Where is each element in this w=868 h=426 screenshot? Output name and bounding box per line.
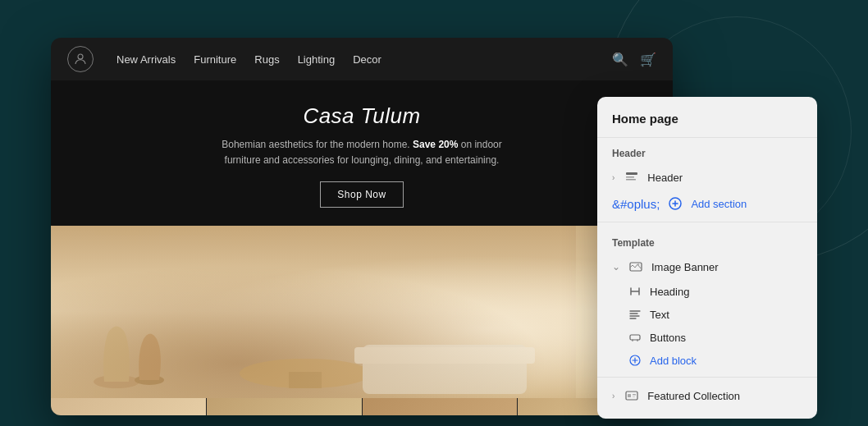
panel-divider-2 [597, 377, 817, 378]
hero-subtitle-plain: Bohemian aesthetics for the modern home. [222, 139, 413, 150]
panel-add-section-item[interactable]: &#oplus; Add section [597, 190, 817, 217]
hero-section: Casa Tulum Bohemian aesthetics for the m… [51, 80, 673, 226]
panel-heading-label: Heading [650, 286, 689, 298]
nav-decor[interactable]: Decor [353, 53, 381, 66]
svg-rect-8 [626, 172, 637, 175]
svg-rect-19 [633, 396, 635, 397]
thumbnail-1[interactable] [51, 398, 207, 415]
hero-title: Casa Tulum [67, 103, 656, 129]
svg-rect-6 [354, 347, 535, 364]
browser-window: New Arrivals Furniture Rugs Lighting Dec… [51, 38, 673, 415]
nav-rugs[interactable]: Rugs [254, 53, 279, 66]
thumbnail-3[interactable] [363, 398, 519, 415]
shop-now-button[interactable]: Shop Now [320, 181, 403, 208]
nav-links: New Arrivals Furniture Rugs Lighting Dec… [116, 53, 596, 66]
hero-subtitle: Bohemian aesthetics for the modern home.… [206, 137, 518, 168]
image-banner-icon [628, 259, 643, 274]
panel-image-banner-label: Image Banner [651, 261, 719, 273]
svg-rect-4 [289, 372, 322, 388]
heading-icon [628, 285, 642, 298]
svg-point-13 [637, 263, 639, 265]
header-item-icon [624, 170, 639, 185]
svg-point-0 [78, 54, 83, 59]
hero-image [51, 226, 673, 398]
panel-text-label: Text [650, 309, 669, 321]
panel-image-banner-item[interactable]: ⌄ Image Banner [597, 254, 817, 280]
panel-add-block-item[interactable]: Add block [597, 349, 817, 372]
panel-heading-item[interactable]: Heading [597, 280, 817, 303]
add-block-icon [628, 354, 642, 367]
panel-buttons-label: Buttons [650, 332, 686, 344]
nav-new-arrivals[interactable]: New Arrivals [116, 53, 176, 66]
svg-rect-9 [626, 176, 634, 178]
chevron-down-icon: ⌄ [612, 261, 620, 273]
add-section-icon: &#oplus; [612, 197, 660, 211]
panel-title: Home page [597, 112, 817, 138]
panel-featured-collection-label: Featured Collection [647, 390, 740, 402]
panel-buttons-item[interactable]: Buttons [597, 326, 817, 349]
cart-icon[interactable]: 🛒 [640, 52, 656, 67]
text-icon [628, 308, 642, 321]
hero-subtitle-bold: Save 20% [413, 139, 458, 150]
panel-template-section-label: Template [597, 227, 817, 254]
nav-furniture[interactable]: Furniture [194, 53, 236, 66]
thumbnail-2[interactable] [207, 398, 363, 415]
nav-icon-group: 🔍 🛒 [612, 52, 656, 67]
panel-text-item[interactable]: Text [597, 303, 817, 326]
panel-featured-collection-item[interactable]: › Featured Collection [597, 382, 817, 409]
chevron-right-icon-2: › [612, 392, 614, 401]
panel-add-block-label: Add block [650, 355, 697, 367]
brand-logo[interactable] [67, 46, 94, 72]
chevron-right-icon: › [612, 173, 614, 182]
thumbnail-strip [51, 398, 673, 415]
panel-header-item[interactable]: › Header [597, 164, 817, 190]
svg-rect-17 [628, 394, 631, 397]
featured-collection-icon [624, 388, 639, 403]
svg-rect-10 [626, 179, 636, 181]
search-icon[interactable]: 🔍 [612, 52, 628, 67]
panel-add-section-label: Add section [691, 198, 747, 210]
side-panel: Home page Header › Header &#oplus; Add s… [597, 97, 817, 419]
add-circle-icon [668, 196, 683, 211]
svg-rect-14 [630, 335, 640, 340]
nav-bar: New Arrivals Furniture Rugs Lighting Dec… [51, 38, 673, 80]
buttons-icon [628, 331, 642, 344]
svg-rect-18 [633, 394, 636, 396]
panel-header-label: Header [647, 172, 683, 184]
nav-lighting[interactable]: Lighting [298, 53, 336, 66]
panel-header-section-label: Header [597, 138, 817, 164]
panel-divider-1 [597, 222, 817, 222]
